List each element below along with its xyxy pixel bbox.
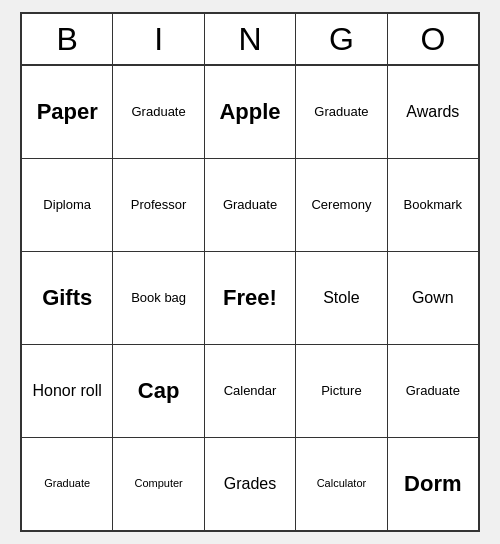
bingo-row-3: Honor rollCapCalendarPictureGraduate — [22, 345, 478, 438]
bingo-cell-1-4: Bookmark — [388, 159, 478, 251]
bingo-cell-1-0: Diploma — [22, 159, 113, 251]
bingo-cell-0-1: Graduate — [113, 66, 204, 158]
header-letter-g: G — [296, 14, 387, 64]
bingo-cell-2-2: Free! — [205, 252, 296, 344]
bingo-row-2: GiftsBook bagFree!StoleGown — [22, 252, 478, 345]
bingo-header: BINGO — [22, 14, 478, 66]
bingo-cell-1-2: Graduate — [205, 159, 296, 251]
bingo-cell-2-4: Gown — [388, 252, 478, 344]
bingo-card: BINGO PaperGraduateAppleGraduateAwardsDi… — [20, 12, 480, 532]
bingo-cell-0-3: Graduate — [296, 66, 387, 158]
header-letter-n: N — [205, 14, 296, 64]
header-letter-b: B — [22, 14, 113, 64]
bingo-row-1: DiplomaProfessorGraduateCeremonyBookmark — [22, 159, 478, 252]
bingo-cell-4-1: Computer — [113, 438, 204, 530]
bingo-cell-0-4: Awards — [388, 66, 478, 158]
bingo-cell-3-3: Picture — [296, 345, 387, 437]
bingo-cell-3-2: Calendar — [205, 345, 296, 437]
bingo-body: PaperGraduateAppleGraduateAwardsDiplomaP… — [22, 66, 478, 530]
header-letter-o: O — [388, 14, 478, 64]
bingo-cell-0-0: Paper — [22, 66, 113, 158]
bingo-cell-2-0: Gifts — [22, 252, 113, 344]
bingo-cell-3-1: Cap — [113, 345, 204, 437]
bingo-cell-4-4: Dorm — [388, 438, 478, 530]
bingo-row-4: GraduateComputerGradesCalculatorDorm — [22, 438, 478, 530]
bingo-cell-2-1: Book bag — [113, 252, 204, 344]
bingo-cell-4-0: Graduate — [22, 438, 113, 530]
bingo-cell-4-3: Calculator — [296, 438, 387, 530]
bingo-cell-1-1: Professor — [113, 159, 204, 251]
header-letter-i: I — [113, 14, 204, 64]
bingo-cell-4-2: Grades — [205, 438, 296, 530]
bingo-cell-0-2: Apple — [205, 66, 296, 158]
bingo-row-0: PaperGraduateAppleGraduateAwards — [22, 66, 478, 159]
bingo-cell-3-0: Honor roll — [22, 345, 113, 437]
bingo-cell-2-3: Stole — [296, 252, 387, 344]
bingo-cell-1-3: Ceremony — [296, 159, 387, 251]
bingo-cell-3-4: Graduate — [388, 345, 478, 437]
